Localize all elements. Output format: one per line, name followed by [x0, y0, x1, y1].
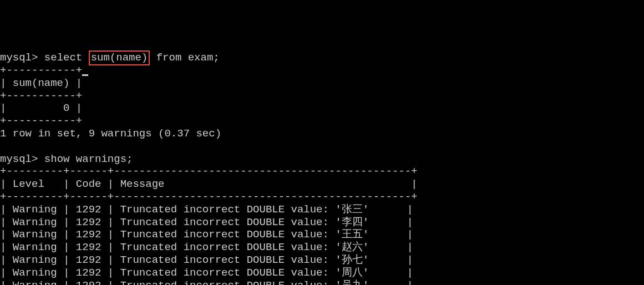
table-border: +-----------+ — [0, 90, 82, 102]
warning-row: | Warning | 1292 | Truncated incorrect D… — [0, 279, 413, 285]
highlighted-text: sum(name) — [91, 52, 148, 64]
query-text: show warnings; — [44, 153, 133, 165]
terminal-prompt: mysql> — [0, 52, 44, 64]
table-border: +-----------+ — [0, 64, 82, 77]
warning-row: | Warning | 1292 | Truncated incorrect D… — [0, 254, 413, 266]
warning-row: | Warning | 1292 | Truncated incorrect D… — [0, 228, 413, 241]
highlight-box: sum(name) — [89, 50, 150, 65]
terminal-prompt: mysql> — [0, 153, 44, 165]
warning-row: | Warning | 1292 | Truncated incorrect D… — [0, 267, 413, 279]
warning-row: | Warning | 1292 | Truncated incorrect D… — [0, 241, 413, 253]
table-border: +---------+------+----------------------… — [0, 191, 418, 203]
query-text-pre: select — [44, 52, 89, 64]
cursor — [82, 74, 88, 76]
result-status: 1 row in set, 9 warnings (0.37 sec) — [0, 128, 221, 140]
table-border: +-----------+ — [0, 115, 82, 127]
table-row: | 0 | — [0, 102, 82, 114]
warning-row: | Warning | 1292 | Truncated incorrect D… — [0, 216, 413, 228]
table-header: | Level | Code | Message | — [0, 178, 418, 190]
query-text-post: from exam; — [150, 52, 219, 64]
table-header: | sum(name) | — [0, 77, 82, 89]
warning-row: | Warning | 1292 | Truncated incorrect D… — [0, 203, 413, 216]
table-border: +---------+------+----------------------… — [0, 165, 418, 177]
